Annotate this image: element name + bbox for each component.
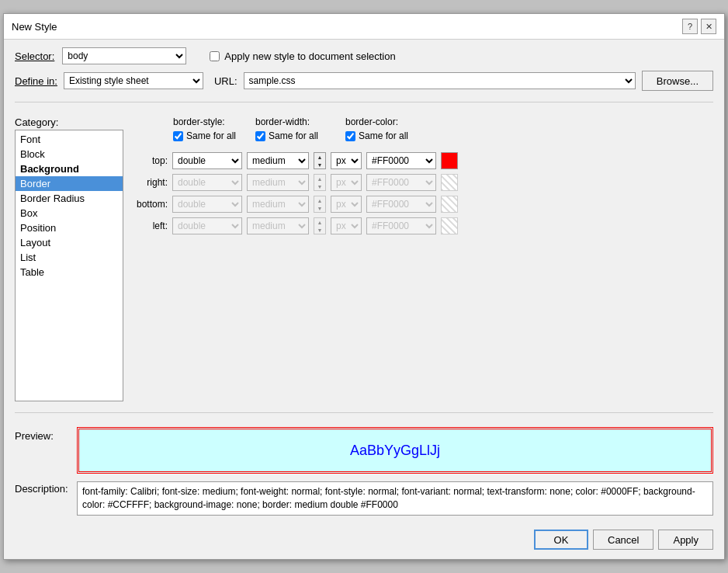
apply-checkbox-group: Apply new style to document selection [210,50,395,62]
border-rows: top: doublenonehiddendotteddashedsolidgr… [133,152,713,234]
bottom-color-swatch [441,196,458,213]
category-item-table[interactable]: Table [16,265,123,280]
top-color-select[interactable]: #FF0000 [366,152,436,169]
category-item-border[interactable]: Border [16,176,123,191]
preview-section: Preview: AaBbYyGgLlJj [15,427,713,474]
ok-button[interactable]: OK [534,530,588,550]
border-row-bottom: bottom: double medium ▲ ▼ px [133,196,713,213]
selector-row: Selector: body html div p span Apply new… [15,47,713,64]
same-color-label: Same for all [359,130,408,141]
browse-button[interactable]: Browse... [642,71,713,91]
right-spinner-down[interactable]: ▼ [314,182,325,190]
new-style-dialog: New Style ? ✕ Selector: body html div p … [3,13,725,560]
category-item-background[interactable]: Background [16,161,123,176]
right-spinner-up[interactable]: ▲ [314,175,325,182]
border-style-header: border-style: [173,116,248,127]
title-bar: New Style ? ✕ [4,14,724,40]
same-width-label: Same for all [269,130,318,141]
category-item-box[interactable]: Box [16,206,123,221]
apply-checkbox-label: Apply new style to document selection [224,50,395,62]
define-in-row: Define in: Existing style sheet New styl… [15,71,713,91]
top-px-select[interactable]: pxemrem% [331,152,362,169]
top-divider [15,102,713,102]
category-item-layout[interactable]: Layout [16,235,123,250]
mid-divider [15,412,713,413]
top-spinner-up[interactable]: ▲ [314,153,325,161]
description-section: Description: font-family: Calibri; font-… [15,481,713,516]
category-list: Font Block Background Border Border Radi… [15,130,123,401]
bottom-spinner-down[interactable]: ▼ [314,204,325,212]
url-label: URL: [214,75,237,87]
same-width-checkbox[interactable] [255,131,265,141]
left-style-select[interactable]: double [172,217,242,234]
same-color-checkbox[interactable] [345,131,355,141]
bottom-spinner-up[interactable]: ▲ [314,196,325,204]
border-width-header: border-width: [255,116,338,127]
selector-dropdown[interactable]: body html div p span [62,47,186,64]
close-button[interactable]: ✕ [701,19,716,34]
top-label: top: [133,155,168,166]
top-spinner-down[interactable]: ▼ [314,161,325,168]
left-spinner-up[interactable]: ▲ [314,218,325,226]
top-spinner[interactable]: ▲ ▼ [314,152,326,169]
same-width-checkbox-row: Same for all [255,130,338,141]
left-width-select[interactable]: medium [247,217,309,234]
preview-box: AaBbYyGgLlJj [77,427,713,474]
right-label: right: [133,177,168,188]
selector-label: Selector: [15,50,54,62]
footer: OK Cancel Apply [4,523,724,559]
left-color-select[interactable]: #FF0000 [366,217,436,234]
category-item-block[interactable]: Block [16,147,123,161]
left-spinner[interactable]: ▲ ▼ [314,217,326,234]
define-in-dropdown[interactable]: Existing style sheet New style sheet fil… [64,72,203,89]
border-row-left: left: double medium ▲ ▼ px [133,217,713,234]
border-row-right: right: double medium ▲ ▼ px [133,174,713,191]
dialog-body: Selector: body html div p span Apply new… [4,40,724,523]
preview-label: Preview: [15,427,69,442]
top-style-select[interactable]: doublenonehiddendotteddashedsolidgroover… [172,152,242,169]
right-panel: border-style: Same for all border-width:… [133,116,713,401]
help-button[interactable]: ? [682,19,698,34]
title-bar-controls: ? ✕ [682,19,716,34]
preview-text: AaBbYyGgLlJj [350,443,440,459]
same-color-checkbox-row: Same for all [345,130,446,141]
top-color-swatch[interactable] [441,152,458,169]
main-area: Category: Font Block Background Border B… [15,116,713,401]
category-item-position[interactable]: Position [16,221,123,235]
category-label: Category: [15,116,123,128]
bottom-px-select[interactable]: px [331,196,362,213]
bottom-label: bottom: [133,199,168,210]
right-width-select[interactable]: medium [247,174,309,191]
description-text: font-family: Calibri; font-size: medium;… [77,481,713,516]
same-style-label: Same for all [186,130,236,141]
right-spinner[interactable]: ▲ ▼ [314,174,326,191]
same-style-checkbox-row: Same for all [173,130,248,141]
same-style-checkbox[interactable] [173,131,183,141]
cancel-button[interactable]: Cancel [593,530,653,550]
url-dropdown[interactable]: sample.css [244,72,636,89]
right-px-select[interactable]: px [331,174,362,191]
left-color-swatch [441,217,458,234]
left-label: left: [133,221,168,231]
left-px-select[interactable]: px [331,217,362,234]
right-style-select[interactable]: double [172,174,242,191]
apply-button[interactable]: Apply [658,530,713,550]
right-color-select[interactable]: #FF0000 [366,174,436,191]
category-item-font[interactable]: Font [16,132,123,147]
bottom-color-select[interactable]: #FF0000 [366,196,436,213]
category-section: Category: Font Block Background Border B… [15,116,123,401]
right-color-swatch [441,174,458,191]
bottom-width-select[interactable]: medium [247,196,309,213]
define-in-label: Define in: [15,75,57,87]
apply-new-style-checkbox[interactable] [210,51,220,61]
border-color-header: border-color: [345,116,446,127]
left-spinner-down[interactable]: ▼ [314,226,325,234]
bottom-spinner[interactable]: ▲ ▼ [314,196,326,213]
top-width-select[interactable]: mediumthinthick [247,152,309,169]
bottom-style-select[interactable]: double [172,196,242,213]
description-label: Description: [15,481,69,495]
border-row-top: top: doublenonehiddendotteddashedsolidgr… [133,152,713,169]
category-item-list[interactable]: List [16,250,123,265]
category-item-border-radius[interactable]: Border Radius [16,191,123,206]
dialog-title: New Style [12,21,57,33]
